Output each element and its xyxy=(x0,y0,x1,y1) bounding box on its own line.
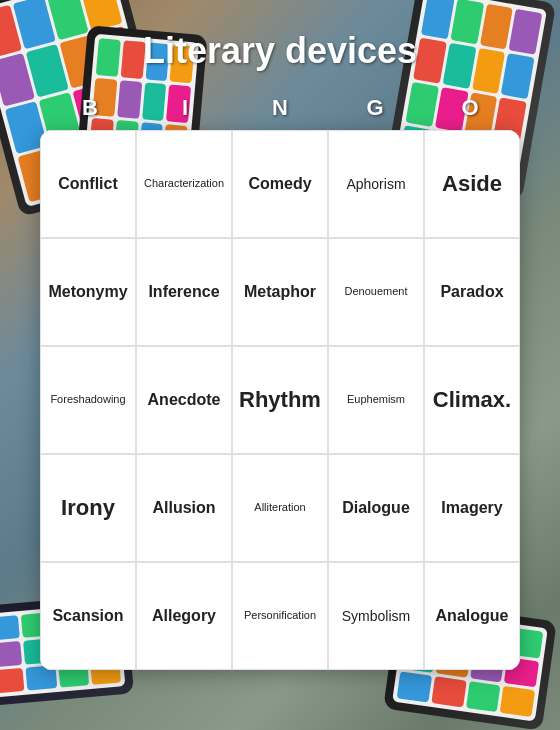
bingo-cell[interactable]: Denouement xyxy=(328,238,424,346)
bingo-cell[interactable]: Aside xyxy=(424,130,520,238)
bingo-cell[interactable]: Allegory xyxy=(136,562,232,670)
bingo-cell[interactable]: Alliteration xyxy=(232,454,328,562)
bingo-cell[interactable]: Comedy xyxy=(232,130,328,238)
page-title: Literary devices xyxy=(0,30,560,72)
bingo-letter-n: N xyxy=(233,95,328,121)
bingo-letter-i: I xyxy=(138,95,233,121)
bingo-cell[interactable]: Metaphor xyxy=(232,238,328,346)
bingo-cell[interactable]: Aphorism xyxy=(328,130,424,238)
bingo-card: ConflictCharacterizationComedyAphorismAs… xyxy=(40,130,520,670)
bingo-header: B I N G O xyxy=(0,95,560,121)
bingo-cell[interactable]: Metonymy xyxy=(40,238,136,346)
bingo-cell[interactable]: Allusion xyxy=(136,454,232,562)
bingo-cell[interactable]: Dialogue xyxy=(328,454,424,562)
bingo-cell[interactable]: Irony xyxy=(40,454,136,562)
bingo-cell[interactable]: Conflict xyxy=(40,130,136,238)
bingo-cell[interactable]: Climax. xyxy=(424,346,520,454)
bingo-letter-b: B xyxy=(43,95,138,121)
bingo-cell[interactable]: Paradox xyxy=(424,238,520,346)
bingo-cell[interactable]: Foreshadowing xyxy=(40,346,136,454)
bingo-cell[interactable]: Inference xyxy=(136,238,232,346)
bingo-cell[interactable]: Analogue xyxy=(424,562,520,670)
bingo-cell[interactable]: Euphemism xyxy=(328,346,424,454)
bingo-cell[interactable]: Personification xyxy=(232,562,328,670)
bingo-letter-o: O xyxy=(423,95,518,121)
bingo-cell[interactable]: Symbolism xyxy=(328,562,424,670)
bingo-letter-g: G xyxy=(328,95,423,121)
bingo-cell[interactable]: Scansion xyxy=(40,562,136,670)
bingo-cell[interactable]: Rhythm xyxy=(232,346,328,454)
bingo-cell[interactable]: Imagery xyxy=(424,454,520,562)
bingo-cell[interactable]: Characterization xyxy=(136,130,232,238)
bingo-cell[interactable]: Anecdote xyxy=(136,346,232,454)
